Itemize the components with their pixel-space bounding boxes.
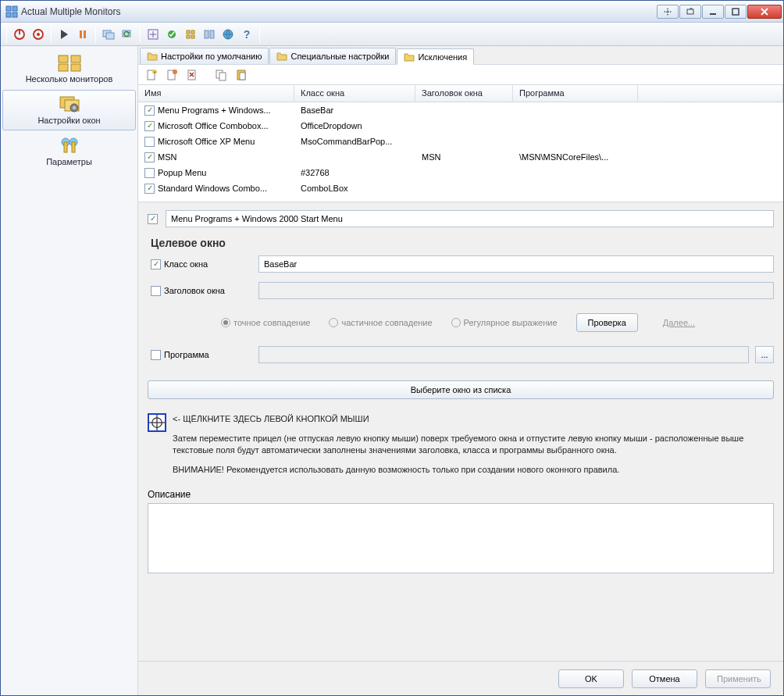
target-window-title: Целевое окно <box>151 237 774 249</box>
table-row[interactable]: Popup Menu#32768 <box>138 165 783 180</box>
rule-name-input[interactable] <box>166 210 774 227</box>
minimize-button[interactable] <box>702 5 724 19</box>
power-red-icon[interactable] <box>11 26 28 43</box>
new-item-icon[interactable]: ★ <box>143 66 160 84</box>
header-program[interactable]: Программа <box>513 85 638 102</box>
power-target-icon[interactable] <box>30 26 47 43</box>
program-checkbox[interactable] <box>151 350 161 360</box>
globe-icon[interactable] <box>219 26 237 43</box>
separator <box>51 26 52 43</box>
row-class: MsoCommandBarPop... <box>294 135 415 148</box>
pause-icon[interactable] <box>74 26 91 43</box>
table-row[interactable]: Menu Programs + Windows...BaseBar <box>138 102 783 118</box>
header-class[interactable]: Класс окна <box>294 85 415 102</box>
separator <box>140 26 141 43</box>
browse-button[interactable]: ... <box>755 346 774 363</box>
new-item2-icon[interactable] <box>163 66 180 84</box>
svg-rect-23 <box>205 30 208 38</box>
tab-special[interactable]: Специальные настройки <box>269 48 396 64</box>
rule-enabled-checkbox[interactable] <box>148 214 158 224</box>
action3-icon[interactable] <box>182 26 199 43</box>
svg-rect-21 <box>187 35 190 38</box>
radio-exact: точное совпадение <box>221 318 310 327</box>
row-checkbox[interactable] <box>144 152 155 162</box>
svg-rect-24 <box>210 30 214 38</box>
apply-button[interactable]: Применить <box>705 669 771 688</box>
row-program <box>513 171 638 174</box>
sidebar-item-monitors[interactable]: Несколько мониторов <box>2 49 136 88</box>
row-name: MSN <box>158 152 176 162</box>
action4-icon[interactable] <box>201 26 218 43</box>
row-checkbox[interactable] <box>144 137 155 147</box>
header-title[interactable]: Заголовок окна <box>415 85 513 102</box>
app-icon <box>5 5 18 18</box>
table-row[interactable]: Microsoft Office Combobox...OfficeDropdo… <box>138 118 783 134</box>
window-class-checkbox[interactable] <box>151 259 161 269</box>
help-icon[interactable]: ? <box>238 26 255 43</box>
svg-rect-28 <box>71 55 80 62</box>
row-checkbox[interactable] <box>144 184 155 194</box>
program-label: Программа <box>151 350 252 360</box>
pin-button[interactable] <box>679 5 701 19</box>
table-row[interactable]: MSNMSN\MSN\MSNCoreFiles\... <box>138 149 783 165</box>
svg-point-11 <box>37 33 40 36</box>
row-checkbox[interactable] <box>144 121 155 131</box>
instructions: <- ЩЁЛКНИТЕ ЗДЕСЬ ЛЕВОЙ КНОПКОЙ МЫШИ Зат… <box>173 413 774 483</box>
row-title <box>415 187 513 190</box>
table-row[interactable]: Microsoft Office XP MenuMsoCommandBarPop… <box>138 134 783 149</box>
crosshair-icon[interactable] <box>148 413 166 432</box>
description-textarea[interactable] <box>148 503 774 573</box>
paste-icon[interactable] <box>233 66 250 84</box>
folder-icon <box>404 52 415 62</box>
titlebar-buttons <box>656 5 782 19</box>
row-name: Popup Menu <box>158 168 206 177</box>
action1-icon[interactable] <box>144 26 162 43</box>
svg-rect-20 <box>191 30 194 34</box>
row-program <box>513 109 638 112</box>
tab-defaults[interactable]: Настройки по умолчанию <box>140 48 269 64</box>
tab-exclusions[interactable]: Исключения <box>397 48 474 65</box>
sidebar-item-options[interactable]: Параметры <box>2 132 136 171</box>
window-title: Actual Multiple Monitors <box>21 6 656 17</box>
program-input <box>258 346 749 363</box>
svg-rect-19 <box>187 30 190 34</box>
row-checkbox[interactable] <box>144 105 155 116</box>
detail-panel: Целевое окно Класс окна Заголовок окна <box>138 202 783 661</box>
windows-list-icon[interactable] <box>100 26 117 43</box>
sidebar-label: Параметры <box>46 157 92 166</box>
window-title-checkbox[interactable] <box>151 286 161 296</box>
close-button[interactable] <box>747 5 782 19</box>
action2-icon[interactable] <box>163 26 180 43</box>
row-title <box>415 124 513 127</box>
windows-refresh-icon[interactable] <box>119 26 136 43</box>
sidebar-item-window-settings[interactable]: Настройки окон <box>2 90 136 130</box>
row-name: Microsoft Office Combobox... <box>158 121 269 130</box>
row-title <box>415 140 513 143</box>
svg-rect-38 <box>72 142 75 152</box>
check-button[interactable]: Проверка <box>576 313 638 332</box>
svg-text:?: ? <box>244 28 251 41</box>
svg-rect-22 <box>191 35 194 38</box>
exclusions-table[interactable]: Имя Класс окна Заголовок окна Программа … <box>138 85 783 202</box>
copy-icon[interactable] <box>212 66 230 84</box>
svg-rect-13 <box>84 30 86 38</box>
delete-icon[interactable] <box>184 66 201 84</box>
pick-window-button[interactable]: Выберите окно из списка <box>148 380 774 399</box>
table-row[interactable]: Standard Windows Combo...ComboLBox <box>138 180 783 196</box>
move-to-monitor-button[interactable] <box>657 5 679 19</box>
ok-button[interactable]: OK <box>558 669 624 688</box>
svg-rect-29 <box>59 64 68 71</box>
window-class-input[interactable] <box>258 255 774 273</box>
tab-label: Специальные настройки <box>290 52 389 61</box>
svg-rect-6 <box>710 13 716 15</box>
sidebar-label: Настройки окон <box>37 116 100 125</box>
svg-point-34 <box>73 106 76 109</box>
content-area: Настройки по умолчанию Специальные настр… <box>138 46 783 695</box>
maximize-button[interactable] <box>725 5 747 19</box>
row-checkbox[interactable] <box>144 168 155 178</box>
cancel-button[interactable]: Отмена <box>632 669 697 688</box>
row-title <box>415 171 513 174</box>
play-icon[interactable] <box>55 26 73 43</box>
header-name[interactable]: Имя <box>138 85 294 102</box>
monitors-icon <box>57 54 82 73</box>
